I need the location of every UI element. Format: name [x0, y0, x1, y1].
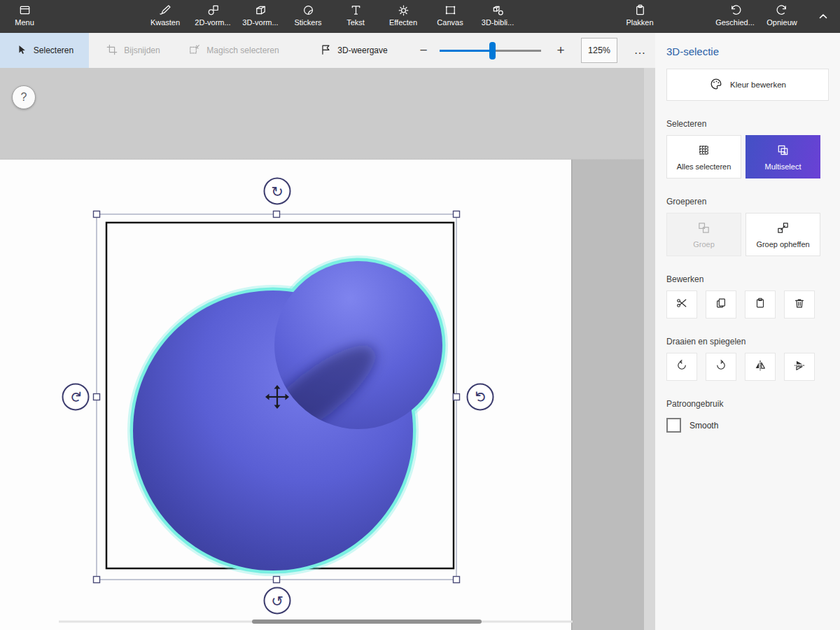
ungroup-icon	[776, 221, 790, 236]
rotate-handle-top[interactable]: ↻	[265, 178, 290, 204]
vertical-scrollbar[interactable]	[644, 68, 655, 630]
menu-icon	[18, 3, 31, 17]
group-button[interactable]: Groep	[666, 213, 741, 256]
crop-button[interactable]: Bijsnijden	[94, 33, 172, 68]
horizontal-scrollbar-thumb[interactable]	[252, 620, 482, 624]
zoom-slider-fill	[440, 50, 493, 52]
copy-button[interactable]	[706, 290, 736, 318]
ellipsis-icon: …	[634, 43, 646, 57]
zoom-out-button[interactable]: −	[412, 40, 435, 61]
section-rotate-flip: Draaien en spiegelen	[666, 337, 829, 346]
rotate-z-icon: ↺	[271, 593, 284, 609]
rotate-x-icon: ↻	[68, 391, 84, 403]
text-icon	[349, 3, 363, 17]
canvas-page-edge	[571, 160, 573, 630]
history-undo-button[interactable]: Geschied...	[713, 3, 757, 31]
select-tool-label: Selecteren	[34, 46, 74, 55]
magic-select-label: Magisch selecteren	[206, 46, 279, 55]
panel-title: 3D-selectie	[666, 46, 829, 57]
resize-handle-top[interactable]	[274, 211, 280, 218]
rotate-right-button[interactable]	[706, 353, 736, 381]
clipboard-icon	[754, 297, 766, 312]
redo-icon	[776, 3, 789, 17]
resize-handle-left[interactable]	[94, 394, 100, 400]
undo-icon	[729, 3, 742, 17]
edit-color-button[interactable]: Kleur bewerken	[666, 69, 829, 101]
effects-button[interactable]: Effecten	[381, 3, 426, 31]
3d-shapes-icon	[254, 3, 267, 17]
select-all-icon	[697, 144, 710, 158]
copy-icon	[715, 297, 727, 312]
rotate-handle-left[interactable]: ↻	[63, 384, 89, 410]
rotate-handle-bottom[interactable]: ↺	[265, 588, 290, 614]
tool-options-bar: Selecteren Bijsnijden Magisch selecteren…	[0, 33, 655, 68]
3d-library-button[interactable]: 3D-bibli...	[475, 3, 520, 31]
multiselect-icon	[776, 144, 790, 158]
help-button[interactable]: ?	[12, 85, 36, 109]
delete-button[interactable]	[784, 290, 815, 318]
rotate-left-button[interactable]	[666, 353, 697, 381]
brushes-button[interactable]: Kwasten	[143, 3, 188, 31]
zoom-slider-thumb[interactable]	[489, 42, 496, 59]
flip-horizontal-icon	[754, 359, 766, 374]
3d-view-icon	[319, 43, 332, 58]
paste-icon	[634, 3, 647, 17]
3d-selection-panel: 3D-selectie Kleur bewerken Selecteren Al…	[655, 33, 840, 630]
smooth-checkbox[interactable]	[666, 418, 681, 433]
ungroup-button[interactable]: Groep opheffen	[746, 213, 820, 256]
cut-button[interactable]	[666, 290, 697, 318]
paste-button[interactable]: Plakken	[617, 3, 662, 31]
magic-select-button[interactable]: Magisch selecteren	[175, 33, 293, 68]
resize-handle-top-left[interactable]	[94, 211, 100, 218]
edit-color-label: Kleur bewerken	[730, 80, 786, 89]
section-group: Groeperen	[666, 197, 829, 206]
select-cursor-icon	[15, 43, 28, 58]
multiselect-button[interactable]: Multiselect	[746, 135, 820, 178]
2d-shapes-button[interactable]: 2D-vorm...	[190, 3, 235, 31]
section-pattern: Patroongebruik	[666, 399, 829, 409]
trash-icon	[793, 297, 806, 312]
crop-icon	[106, 43, 118, 58]
palette-icon	[709, 77, 723, 92]
section-edit: Bewerken	[666, 274, 829, 284]
plus-icon: +	[556, 43, 564, 58]
resize-handle-top-right[interactable]	[454, 211, 460, 218]
scissors-icon	[676, 297, 688, 312]
workspace: ↻ ↻ ↺ ↺	[0, 68, 644, 630]
flip-horizontal-button[interactable]	[745, 353, 776, 381]
menu-button[interactable]: Menu	[2, 3, 47, 31]
group-label: Groep	[693, 240, 715, 248]
canvas-scene: ↻ ↻ ↺ ↺	[0, 68, 644, 630]
brush-icon	[159, 3, 172, 17]
canvas-button[interactable]: Canvas	[428, 3, 472, 31]
resize-handle-right[interactable]	[454, 394, 460, 400]
top-ribbon: Menu Kwasten 2D-vorm... 3D-vorm... Stick	[0, 0, 840, 33]
collapse-ribbon-button[interactable]	[811, 4, 836, 28]
section-select: Selecteren	[666, 119, 829, 129]
redo-button[interactable]: Opnieuw	[760, 3, 804, 31]
flip-vertical-button[interactable]	[784, 353, 815, 381]
3d-view-label: 3D-weergave	[337, 46, 387, 55]
zoom-slider[interactable]	[440, 33, 541, 68]
rotate-right-icon	[715, 359, 727, 374]
stickers-button[interactable]: Stickers	[286, 3, 330, 31]
smooth-label: Smooth	[690, 421, 718, 430]
paste-button-panel[interactable]	[745, 290, 776, 318]
select-tool-button[interactable]: Selecteren	[0, 33, 89, 68]
crop-label: Bijsnijden	[124, 46, 160, 55]
rotate-handle-right[interactable]: ↺	[468, 384, 493, 410]
3d-view-button[interactable]: 3D-weergave	[305, 33, 402, 68]
more-options-button[interactable]: …	[627, 38, 652, 63]
resize-handle-bottom[interactable]	[274, 577, 280, 583]
3d-library-icon	[491, 3, 505, 17]
multiselect-label: Multiselect	[765, 162, 802, 171]
resize-handle-bottom-left[interactable]	[94, 577, 100, 583]
select-all-button[interactable]: Alles selecteren	[666, 135, 741, 178]
minus-icon: −	[419, 43, 427, 58]
resize-handle-bottom-right[interactable]	[454, 577, 460, 583]
3d-shapes-button[interactable]: 3D-vorm...	[238, 3, 283, 31]
ungroup-label: Groep opheffen	[756, 240, 809, 248]
text-tool-button[interactable]: Tekst	[333, 3, 378, 31]
zoom-in-button[interactable]: +	[549, 40, 573, 61]
zoom-level-indicator[interactable]: 125%	[581, 38, 617, 63]
